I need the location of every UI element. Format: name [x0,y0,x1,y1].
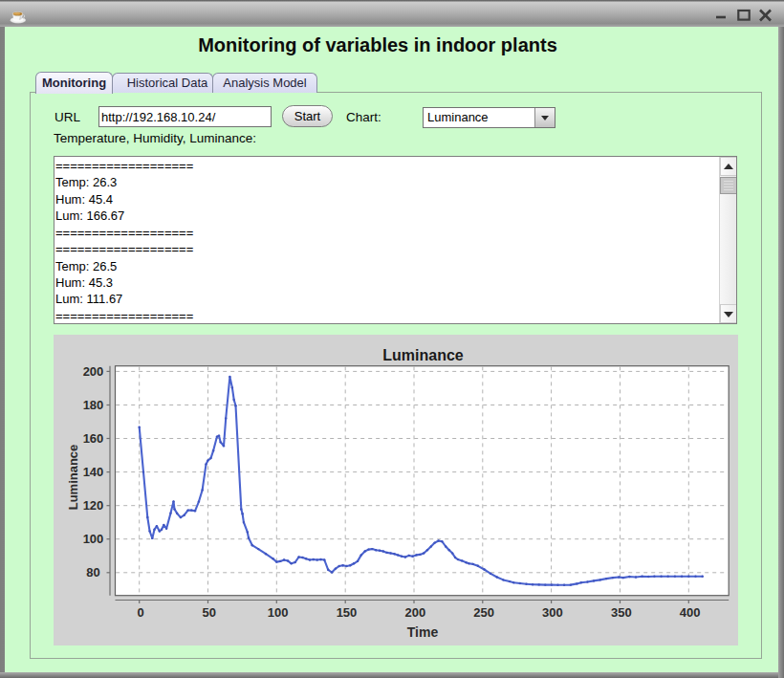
svg-text:100: 100 [268,605,289,620]
svg-text:350: 350 [611,605,632,620]
svg-text:400: 400 [680,605,701,620]
svg-text:160: 160 [83,431,104,446]
svg-text:0: 0 [137,605,143,620]
svg-text:Luminance: Luminance [66,445,80,511]
svg-text:80: 80 [86,565,99,580]
svg-text:200: 200 [404,605,425,620]
svg-text:Time: Time [407,624,439,640]
svg-text:150: 150 [337,605,358,620]
svg-text:120: 120 [83,498,104,513]
svg-text:250: 250 [473,605,494,620]
svg-text:140: 140 [83,465,104,479]
svg-text:100: 100 [83,532,104,546]
svg-text:50: 50 [203,605,216,620]
svg-text:300: 300 [542,605,563,620]
svg-text:Luminance: Luminance [382,347,464,363]
svg-text:180: 180 [83,398,104,412]
svg-text:200: 200 [83,364,104,379]
